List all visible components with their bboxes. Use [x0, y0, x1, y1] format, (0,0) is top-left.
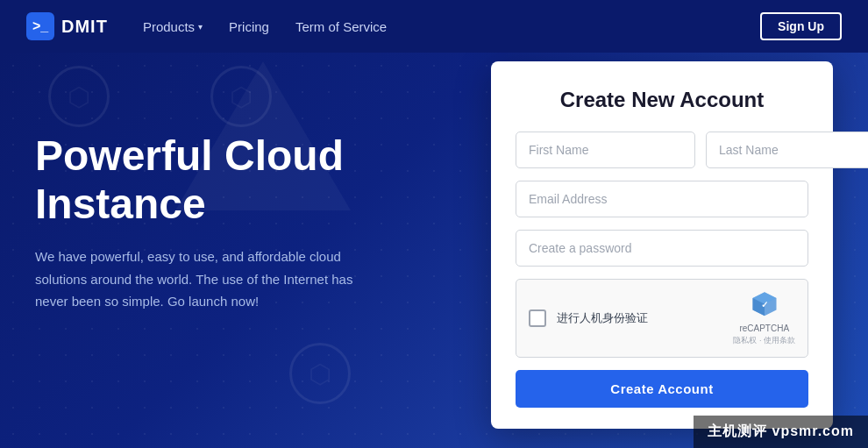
- first-name-input[interactable]: [516, 132, 695, 168]
- hero-content: Powerful Cloud Instance We have powerful…: [35, 96, 412, 313]
- name-row: [516, 132, 808, 168]
- recaptcha-icon: ✓: [749, 290, 780, 322]
- recaptcha-box[interactable]: 进行人机身份验证 ✓ reCAPTCHA 隐私权 · 使用条款: [516, 279, 808, 358]
- signup-button[interactable]: Sign Up: [760, 12, 842, 40]
- signup-form-panel: Create New Account 进行人机身份验证 ✓: [491, 61, 833, 429]
- recaptcha-right: ✓ reCAPTCHA 隐私权 · 使用条款: [733, 290, 795, 346]
- last-name-input[interactable]: [706, 132, 868, 168]
- svg-text:✓: ✓: [761, 300, 768, 309]
- logo-text: DMIT: [61, 17, 108, 37]
- nav-pricing[interactable]: Pricing: [229, 19, 269, 34]
- nav-tos[interactable]: Term of Service: [295, 19, 387, 34]
- email-input[interactable]: [516, 181, 808, 217]
- recaptcha-checkbox[interactable]: [529, 309, 546, 327]
- create-account-button[interactable]: Create Account: [516, 370, 808, 408]
- nav-products[interactable]: Products ▾: [143, 19, 203, 34]
- hero-section: Powerful Cloud Instance We have powerful…: [0, 53, 868, 448]
- recaptcha-label: 进行人机身份验证: [557, 310, 648, 326]
- watermark-overlay: 主机测评 vpsmr.com: [694, 416, 868, 448]
- email-group: [516, 181, 808, 217]
- chevron-down-icon: ▾: [198, 22, 203, 32]
- recaptcha-links: 隐私权 · 使用条款: [733, 335, 795, 346]
- recaptcha-brand: reCAPTCHA: [739, 324, 789, 333]
- logo-area[interactable]: >_ DMIT: [26, 12, 108, 40]
- recaptcha-left: 进行人机身份验证: [529, 309, 648, 327]
- logo-icon: >_: [26, 12, 54, 40]
- badge-watermark-3: [289, 343, 351, 404]
- form-title: Create New Account: [516, 88, 808, 112]
- password-input[interactable]: [516, 230, 808, 267]
- hero-description: We have powerful, easy to use, and affor…: [35, 245, 368, 313]
- navbar: >_ DMIT Products ▾ Pricing Term of Servi…: [0, 0, 868, 53]
- hero-title: Powerful Cloud Instance: [35, 132, 412, 228]
- nav-links: Products ▾ Pricing Term of Service: [143, 19, 760, 34]
- password-group: [516, 230, 808, 267]
